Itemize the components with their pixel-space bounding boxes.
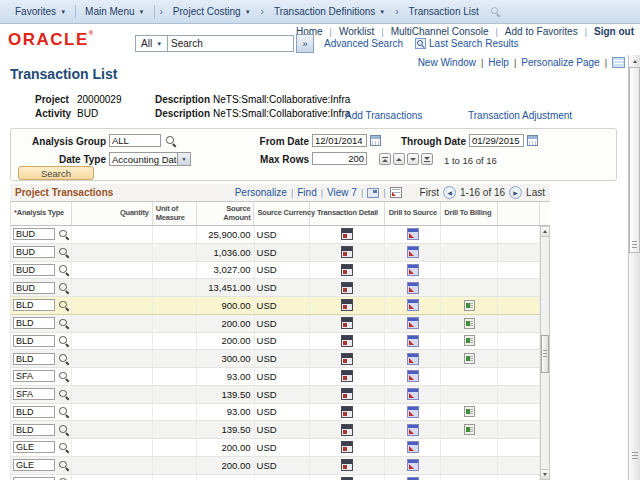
breadcrumb-project-costing[interactable]: Project Costing ▼ — [166, 6, 258, 17]
transaction-detail-icon[interactable] — [341, 335, 353, 347]
drill-to-source-icon[interactable] — [407, 406, 419, 418]
date-type-select[interactable]: Accounting Date ▼ — [109, 152, 191, 166]
drill-to-source-icon[interactable] — [407, 459, 419, 471]
add-transactions-link[interactable]: Add Transactions — [345, 110, 422, 121]
analysis-type-field[interactable] — [13, 424, 55, 436]
drill-to-source-icon[interactable] — [407, 282, 419, 294]
drill-to-source-icon[interactable] — [407, 299, 419, 311]
analysis-type-field[interactable] — [13, 228, 55, 240]
drill-to-source-icon[interactable] — [407, 246, 419, 258]
personalize-layout-icon[interactable] — [612, 57, 625, 68]
drill-to-billing-icon[interactable] — [464, 318, 475, 329]
drill-to-source-icon[interactable] — [407, 424, 419, 436]
drill-to-billing-icon[interactable] — [464, 406, 475, 417]
transaction-detail-icon[interactable] — [341, 264, 353, 276]
new-window-link[interactable]: New Window — [418, 57, 476, 68]
scroll-last-chunk-button[interactable] — [421, 153, 433, 165]
analysis-type-lookup-icon[interactable] — [58, 460, 69, 471]
page-scrollbar-thumb[interactable] — [629, 67, 640, 253]
search-scope-dropdown[interactable]: All ▼ — [135, 35, 168, 52]
analysis-type-field[interactable] — [13, 264, 55, 276]
grid-scrollbar-thumb[interactable] — [541, 335, 549, 373]
drill-to-billing-icon[interactable] — [464, 353, 475, 364]
analysis-type-field[interactable] — [13, 406, 55, 418]
analysis-type-lookup-icon[interactable] — [58, 442, 69, 453]
analysis-type-field[interactable] — [13, 317, 55, 329]
drill-to-source-icon[interactable] — [407, 353, 419, 365]
analysis-type-field[interactable] — [13, 441, 55, 453]
analysis-type-lookup-icon[interactable] — [58, 318, 69, 329]
transaction-detail-icon[interactable] — [341, 228, 353, 240]
next-page-icon[interactable]: ▶ — [509, 186, 522, 199]
search-go-button[interactable]: » — [296, 34, 314, 53]
breadcrumb-transaction-definitions[interactable]: Transaction Definitions ▼ — [267, 6, 392, 17]
page-scroll-up-button[interactable] — [630, 56, 640, 66]
search-input[interactable] — [168, 35, 294, 52]
transaction-detail-icon[interactable] — [341, 406, 353, 418]
menu-main-menu[interactable]: Main Menu ▼ — [78, 6, 151, 17]
breadcrumb-transaction-list[interactable]: Transaction List — [402, 6, 486, 17]
scroll-first-chunk-button[interactable] — [379, 153, 391, 165]
analysis-type-lookup-icon[interactable] — [58, 335, 69, 346]
analysis-type-field[interactable] — [13, 388, 55, 400]
transaction-detail-icon[interactable] — [341, 388, 353, 400]
sign-out-link[interactable]: Sign out — [594, 26, 634, 37]
from-date-field[interactable] — [312, 134, 367, 147]
transaction-detail-icon[interactable] — [341, 370, 353, 382]
inner-scrollbar-grip[interactable] — [632, 452, 638, 459]
download-to-excel-icon[interactable] — [390, 187, 402, 198]
from-date-calendar-icon[interactable] — [370, 135, 381, 146]
drill-to-billing-icon[interactable] — [464, 335, 475, 346]
analysis-group-field[interactable] — [109, 134, 161, 147]
analysis-type-lookup-icon[interactable] — [58, 353, 69, 364]
drill-to-source-icon[interactable] — [407, 388, 419, 400]
scroll-next-chunk-button[interactable] — [407, 153, 419, 165]
grid-scrollbar[interactable] — [540, 226, 550, 480]
personalize-link[interactable]: Personalize — [235, 187, 287, 198]
analysis-type-lookup-icon[interactable] — [58, 389, 69, 400]
analysis-type-lookup-icon[interactable] — [58, 229, 69, 240]
drill-to-billing-icon[interactable] — [464, 300, 475, 311]
help-link[interactable]: Help — [488, 57, 509, 68]
menu-favorites[interactable]: Favorites ▼ — [8, 6, 73, 17]
drill-to-billing-icon[interactable] — [464, 424, 475, 435]
analysis-type-lookup-icon[interactable] — [58, 282, 69, 293]
analysis-type-field[interactable] — [13, 370, 55, 382]
drill-to-source-icon[interactable] — [407, 228, 419, 240]
find-link[interactable]: Find — [297, 187, 316, 198]
drill-to-source-icon[interactable] — [407, 335, 419, 347]
zoom-grid-icon[interactable] — [367, 188, 379, 198]
grid-scroll-down-button[interactable] — [541, 469, 549, 479]
analysis-type-lookup-icon[interactable] — [58, 247, 69, 258]
analysis-group-lookup-icon[interactable] — [165, 135, 176, 146]
view-all-link[interactable]: View 7 — [327, 187, 357, 198]
analysis-type-field[interactable] — [13, 246, 55, 258]
drill-to-source-icon[interactable] — [407, 317, 419, 329]
grid-scroll-up-button[interactable] — [541, 227, 549, 237]
max-rows-field[interactable] — [312, 152, 367, 165]
drill-to-source-icon[interactable] — [407, 441, 419, 453]
last-label[interactable]: Last — [526, 187, 545, 198]
transaction-detail-icon[interactable] — [341, 282, 353, 294]
first-label[interactable]: First — [420, 187, 439, 198]
previous-page-icon[interactable]: ◀ — [443, 186, 456, 199]
advanced-search-link[interactable]: Advanced Search — [324, 38, 403, 49]
analysis-type-lookup-icon[interactable] — [58, 371, 69, 382]
analysis-type-field[interactable] — [13, 459, 55, 471]
transaction-detail-icon[interactable] — [341, 246, 353, 258]
personalize-page-link[interactable]: Personalize Page — [521, 57, 599, 68]
transaction-detail-icon[interactable] — [341, 353, 353, 365]
analysis-type-field[interactable] — [13, 353, 55, 365]
drill-to-source-icon[interactable] — [407, 264, 419, 276]
scroll-prev-chunk-button[interactable] — [393, 153, 405, 165]
transaction-detail-icon[interactable] — [341, 299, 353, 311]
analysis-type-lookup-icon[interactable] — [58, 300, 69, 311]
search-button[interactable]: Search — [18, 166, 94, 180]
transaction-adjustment-link[interactable]: Transaction Adjustment — [468, 110, 572, 121]
drill-to-source-icon[interactable] — [407, 370, 419, 382]
analysis-type-field[interactable] — [13, 282, 55, 294]
transaction-detail-icon[interactable] — [341, 459, 353, 471]
through-date-calendar-icon[interactable] — [527, 135, 538, 146]
analysis-type-lookup-icon[interactable] — [58, 264, 69, 275]
transaction-detail-icon[interactable] — [341, 424, 353, 436]
